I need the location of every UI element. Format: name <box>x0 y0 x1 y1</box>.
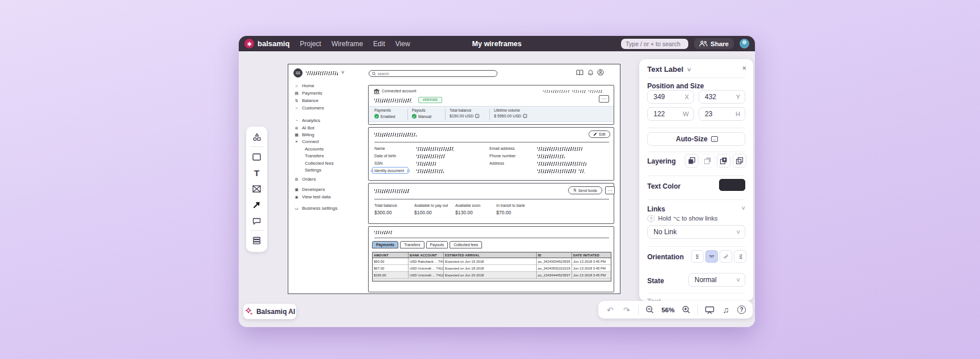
send-backward-button[interactable] <box>701 154 714 168</box>
chart-icon: ◔ <box>294 119 299 123</box>
editor-canvas[interactable]: T ˅ <box>239 51 755 327</box>
cell: Expected on Jun 20 2018 <box>444 272 537 279</box>
selection-handle[interactable] <box>371 170 373 172</box>
wf-connected-account-card[interactable]: Connected account VERIFIED ⋯ Payments ✓E… <box>368 85 614 125</box>
zoom-out-button[interactable] <box>645 305 655 314</box>
comment-tool-icon[interactable] <box>250 214 264 227</box>
wf-payouts-table[interactable]: AMOUNT BANK ACCOUNT ESTIMATED ARRIVAL ID… <box>372 252 611 282</box>
wf-search-bar[interactable]: search <box>369 70 497 77</box>
stat-label: Total balance <box>450 108 471 112</box>
wf-payouts-card[interactable]: Payments Transfers Payouts Collected fee… <box>368 226 614 292</box>
wf-nav-transfers: Transfers <box>305 153 324 158</box>
bring-forward-button[interactable] <box>685 154 699 168</box>
global-search-input[interactable] <box>621 39 688 49</box>
cell: po_34243532222215 <box>537 265 572 272</box>
edit-button[interactable]: Edit <box>589 130 610 138</box>
orientation-diagonal-button[interactable]: TXT <box>720 250 732 263</box>
tab-transfers[interactable]: Transfers <box>400 241 424 248</box>
wf-nav-payments: ▤Payments <box>294 91 322 96</box>
card-menu-button[interactable]: ⋯ <box>599 95 609 103</box>
stat-label: Available soon <box>455 203 480 207</box>
undo-button[interactable]: ↶ <box>605 305 615 315</box>
panel-title-row[interactable]: Text Label ˅ <box>647 65 691 74</box>
wf-nav-analytics: ◔Analytics <box>294 118 320 123</box>
wf-nav-business-settings: ▭Business settings <box>294 206 337 211</box>
wireframe-sheet[interactable]: ˅ ⌂Home ▤Payments ⇅Balance ○Customers ◔A… <box>288 64 620 294</box>
zoom-level[interactable]: 56% <box>662 307 675 313</box>
brand[interactable]: ∗ balsamiq <box>244 39 289 48</box>
orientation-vertical-up-button[interactable]: TXT <box>691 250 704 263</box>
stat-label: Payouts <box>412 108 426 112</box>
wf-nav-ai-bot: ⊛AI Bot <box>294 125 315 130</box>
orientation-vertical-down-button[interactable]: TXT <box>734 250 746 263</box>
wf-balance-card[interactable]: ⇅ Send funds ⋯ Total balance $300.00 Ava… <box>368 183 614 224</box>
tab-collected-fees[interactable]: Collected fees <box>450 241 482 248</box>
close-panel-button[interactable]: × <box>742 64 746 72</box>
send-to-back-button[interactable] <box>733 154 746 168</box>
menu-project[interactable]: Project <box>300 40 321 48</box>
state-dropdown[interactable]: Normal˅ <box>688 273 745 287</box>
top-menubar: ∗ balsamiq Project Wireframe Edit View M… <box>239 36 755 51</box>
zoom-in-button[interactable] <box>681 305 691 314</box>
check-icon: ✓ <box>412 114 416 119</box>
home-icon: ⌂ <box>294 84 299 88</box>
image-tool-icon[interactable] <box>250 182 264 195</box>
tab-payments[interactable]: Payments <box>372 241 398 248</box>
orientation-horizontal-button[interactable]: TXT <box>705 250 718 263</box>
cell: USD Unicredit ... 7412 <box>409 265 444 272</box>
symbols-tool-icon[interactable] <box>250 234 264 247</box>
wf-search-placeholder: search <box>378 72 389 76</box>
music-button[interactable]: ♫ <box>721 305 731 315</box>
selected-text-label[interactable]: Identity document <box>372 167 409 174</box>
card-menu-button[interactable]: ⋯ <box>605 186 615 194</box>
link-icon: ⚭ <box>294 140 299 144</box>
rectangle-tool-icon[interactable] <box>250 150 264 163</box>
app-window: ∗ balsamiq Project Wireframe Edit View M… <box>239 36 755 327</box>
panel-title: Text Label <box>647 65 683 74</box>
send-icon: ⇅ <box>573 188 577 193</box>
col-header: ESTIMATED ARRIVAL <box>444 252 537 258</box>
field-label: SSN <box>374 161 382 165</box>
help-hint-icon: ? <box>647 215 655 222</box>
presentation-button[interactable] <box>704 305 714 314</box>
menu-edit[interactable]: Edit <box>373 40 385 48</box>
cell: $50.00 <box>373 258 409 265</box>
cell: USD Unicredit ... 7412 <box>409 272 444 279</box>
wf-nav-connect: ⚭Connect <box>294 139 319 144</box>
stat-value: $100.00 <box>414 210 432 215</box>
arrow-tool-icon[interactable] <box>250 198 264 211</box>
h-input[interactable]: 23H <box>699 107 745 121</box>
bring-to-front-button[interactable] <box>717 154 730 168</box>
links-chevron-icon[interactable]: ˅ <box>742 205 745 211</box>
menu-view[interactable]: View <box>395 40 410 48</box>
wf-account-icon <box>597 69 604 76</box>
w-input[interactable]: 122W <box>647 107 694 121</box>
links-hint: Hold ⌥ to show links <box>658 215 717 222</box>
y-input[interactable]: 432Y <box>699 90 745 104</box>
x-input[interactable]: 349X <box>647 90 694 104</box>
ui-library-tool-icon[interactable] <box>250 130 264 143</box>
menu-wireframe[interactable]: Wireframe <box>332 40 363 48</box>
send-funds-button[interactable]: ⇅ Send funds <box>568 186 602 194</box>
redo-button[interactable]: ↷ <box>622 305 632 315</box>
cell: $150.00 <box>373 272 409 279</box>
stat-label: Available to pay out <box>414 203 448 207</box>
link-dropdown[interactable]: No Link˅ <box>647 225 745 239</box>
share-button[interactable]: Share <box>694 38 734 49</box>
tab-payouts[interactable]: Payouts <box>426 241 448 248</box>
meta-squiggle <box>543 90 569 93</box>
balsamiq-ai-button[interactable]: Balsamiq AI <box>243 304 296 319</box>
wf-profile-card[interactable]: Edit Name Date of birth SSN Identity doc… <box>368 127 614 181</box>
selection-handle[interactable] <box>407 170 410 172</box>
title-squiggle <box>374 189 410 193</box>
col-header: ID <box>537 252 572 258</box>
field-label: Phone number <box>489 154 516 158</box>
check-icon: ✓ <box>374 114 379 119</box>
text-tool-icon[interactable]: T <box>250 166 264 179</box>
help-button[interactable]: ? <box>737 305 746 314</box>
wf-nav-settings: Settings <box>305 168 321 173</box>
user-avatar[interactable] <box>740 39 749 48</box>
text-color-swatch[interactable] <box>719 179 745 191</box>
stat-value: $300.00 <box>374 210 392 215</box>
auto-size-button[interactable]: Auto-Size ↔ <box>647 132 745 146</box>
